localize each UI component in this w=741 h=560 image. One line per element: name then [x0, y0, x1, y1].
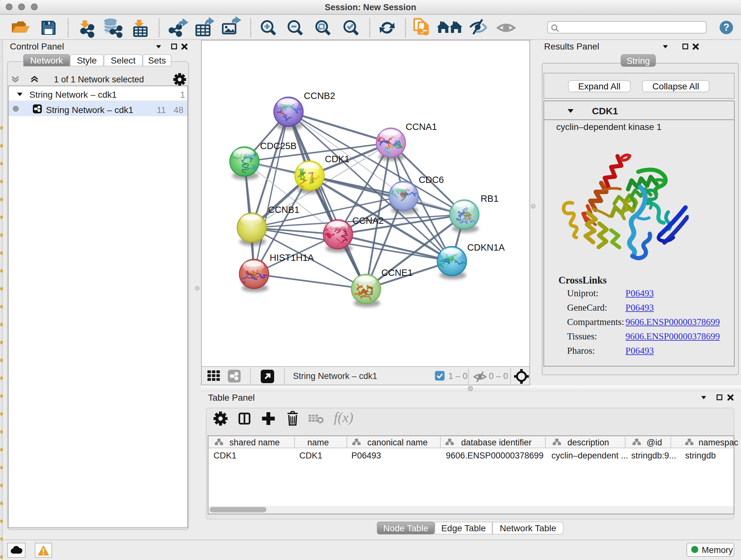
svg-text:HIST1H1A: HIST1H1A: [270, 253, 314, 263]
svg-text:CCNA1: CCNA1: [406, 122, 437, 132]
svg-text:CCNB1: CCNB1: [268, 205, 299, 215]
svg-text:CDK1: CDK1: [325, 154, 349, 164]
svg-text:CDC6: CDC6: [419, 175, 444, 185]
svg-text:CCNB2: CCNB2: [304, 91, 335, 101]
svg-text:CCNA2: CCNA2: [352, 215, 384, 226]
svg-text:RB1: RB1: [481, 193, 498, 204]
svg-text:CDC25B: CDC25B: [260, 141, 296, 151]
svg-text:CDKN1A: CDKN1A: [467, 242, 505, 253]
svg-text:CCNE1: CCNE1: [381, 267, 413, 278]
